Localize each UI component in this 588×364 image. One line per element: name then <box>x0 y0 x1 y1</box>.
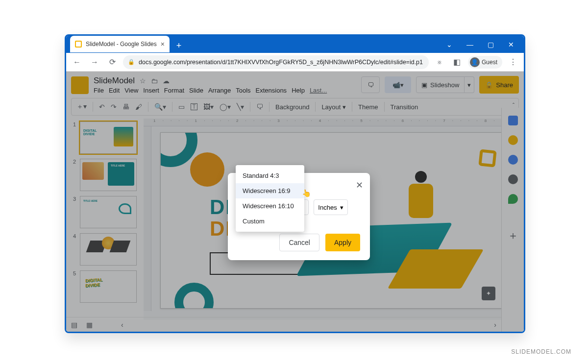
option-custom[interactable]: Custom <box>236 214 304 229</box>
profile-label: Guest <box>482 59 497 66</box>
tab-close-icon[interactable]: × <box>161 40 165 48</box>
kebab-menu-icon[interactable]: ⋮ <box>506 55 520 69</box>
chevron-down-icon: ▾ <box>340 204 343 211</box>
watermark: SLIDEMODEL.COM <box>511 348 571 355</box>
apply-button[interactable]: Apply <box>325 234 360 251</box>
slides-favicon-icon <box>75 41 82 48</box>
profile-chip[interactable]: 👤 Guest <box>468 56 502 69</box>
lock-icon: 🔒 <box>128 59 135 65</box>
browser-window: SlideModel - Google Slides × + ⌄ — ▢ ✕ ←… <box>65 34 525 333</box>
close-window-button[interactable]: ✕ <box>502 38 520 51</box>
title-bar: SlideModel - Google Slides × + ⌄ — ▢ ✕ <box>66 36 524 53</box>
window-controls: ⌄ — ▢ ✕ <box>441 38 520 51</box>
new-tab-button[interactable]: + <box>172 40 185 52</box>
nav-reload-icon[interactable]: ⟳ <box>105 55 119 69</box>
dialog-close-icon[interactable]: ✕ <box>356 180 363 191</box>
maximize-button[interactable]: ▢ <box>482 38 499 51</box>
option-widescreen-16-9[interactable]: Widescreen 16:9 <box>236 183 304 198</box>
nav-forward-icon[interactable]: → <box>88 55 101 69</box>
url-text: docs.google.com/presentation/d/1tt7KHlXV… <box>139 59 423 66</box>
avatar-icon: 👤 <box>470 57 480 67</box>
cursor-icon: 👆 <box>301 188 312 198</box>
option-standard-4-3[interactable]: Standard 4:3 <box>236 168 304 183</box>
address-bar: ← → ⟳ 🔒 docs.google.com/presentation/d/1… <box>66 53 524 72</box>
option-widescreen-16-10[interactable]: Widescreen 16:10 <box>236 198 304 214</box>
nav-back-icon[interactable]: ← <box>70 55 84 69</box>
tab-title: SlideModel - Google Slides <box>86 41 157 48</box>
translate-icon[interactable]: ⨳ <box>433 55 446 69</box>
cancel-button[interactable]: Cancel <box>279 234 319 251</box>
install-icon[interactable]: ◧ <box>450 55 464 69</box>
browser-tab[interactable]: SlideModel - Google Slides × <box>70 36 170 52</box>
aspect-ratio-dropdown: Standard 4:3 Widescreen 16:9 Widescreen … <box>236 165 304 232</box>
unit-select[interactable]: Inches ▾ <box>314 199 347 215</box>
minimize-button[interactable]: — <box>461 38 479 51</box>
chevron-down-icon[interactable]: ⌄ <box>441 38 458 51</box>
url-field[interactable]: 🔒 docs.google.com/presentation/d/1tt7KHl… <box>123 55 429 69</box>
